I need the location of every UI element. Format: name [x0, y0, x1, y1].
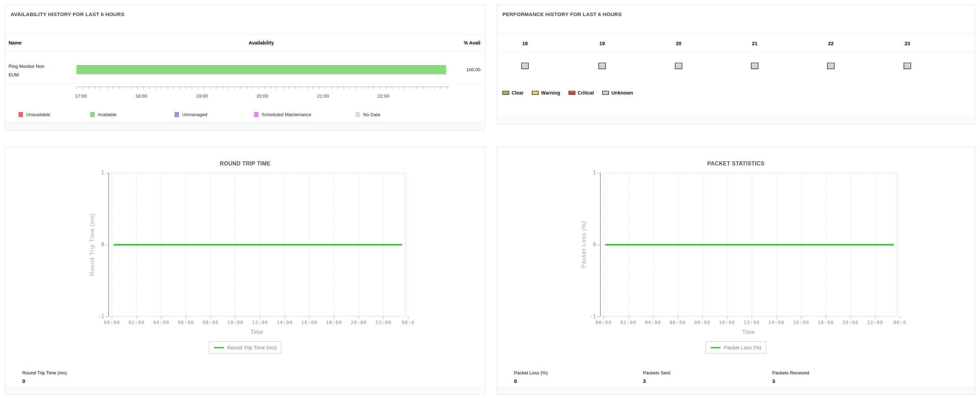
x-tick — [112, 316, 112, 319]
status-box-hour-22-unknown[interactable] — [827, 63, 835, 69]
performance-status-row — [497, 63, 975, 70]
status-box-hour-21-unknown[interactable] — [751, 63, 759, 69]
availability-bar-available-segment[interactable] — [76, 65, 446, 75]
performance-panel-title: PERFORMANCE HISTORY FOR LAST 6 HOURS — [502, 11, 622, 17]
x-tick — [752, 316, 752, 319]
x-tick — [900, 316, 900, 319]
clear-color-chip — [502, 91, 509, 95]
gridline — [898, 173, 898, 316]
x-tick-label: 20:00 — [842, 320, 858, 325]
legend-label: Unavailable — [26, 112, 50, 117]
x-tick — [850, 316, 851, 319]
unknown-color-chip — [602, 91, 609, 95]
status-box-hour-20-unknown[interactable] — [675, 63, 682, 69]
packets-sent-stat-label: Packets Sent — [643, 370, 670, 376]
x-tick — [210, 316, 211, 319]
row-separator — [5, 84, 485, 84]
time-tick-label: 21:00 — [317, 94, 329, 98]
x-tick-label: 02:00 — [128, 320, 144, 325]
status-box-hour-19-unknown[interactable] — [598, 63, 606, 69]
y-tick — [106, 245, 108, 245]
scheduled-maintenance-color-chip — [254, 112, 259, 117]
packet-chart-legend: Packet Loss (%) — [706, 341, 766, 354]
packets-received-stat: Packets Received 3 — [772, 370, 809, 384]
packet-chart-title: PACKET STATISTICS — [497, 161, 975, 167]
legend-item-no-data: No Data — [356, 112, 380, 117]
critical-color-chip — [568, 91, 575, 95]
rtt-legend-line-marker — [214, 347, 224, 348]
legend-item-critical: Critical — [568, 90, 594, 95]
x-tick-label: 10:00 — [227, 320, 243, 325]
rtt-stat: Round Trip Time (ms) 0 — [22, 370, 67, 384]
x-tick — [359, 316, 359, 319]
header-separator — [5, 33, 485, 33]
x-tick-label: 14:00 — [768, 320, 784, 325]
x-tick-label: 16:00 — [793, 320, 809, 325]
time-tick-label: 19:00 — [196, 94, 208, 98]
legend-item-scheduled-maintenance: Scheduled Maintenance — [254, 112, 311, 117]
rtt-chart-title: ROUND TRIP TIME — [5, 161, 485, 167]
packet-loss-series-line — [605, 244, 894, 246]
time-tick-label: 22:00 — [377, 94, 389, 98]
x-tick — [260, 316, 260, 319]
legend-label: Clear — [512, 90, 523, 95]
x-tick-label: 12:00 — [743, 320, 759, 325]
x-tick-label: 04:00 — [153, 320, 169, 325]
rtt-legend-label: Round Trip Time (ms) — [227, 344, 276, 350]
hour-label-22: 22 — [828, 35, 834, 52]
x-tick-label: 10:00 — [719, 320, 735, 325]
x-tick-label: 00:0 — [893, 320, 906, 325]
y-tick-label-minus-1: -1 — [84, 313, 104, 320]
x-tick — [727, 316, 727, 319]
hour-label-19: 19 — [600, 35, 605, 52]
percent-avail-value: 100.00 — [466, 65, 480, 75]
x-tick-label: 00:0 — [401, 320, 415, 325]
x-tick-label: 14:00 — [276, 320, 293, 325]
availability-panel-title: AVAILABILITY HISTORY FOR LAST 6 HOURS — [11, 11, 124, 17]
x-tick-label: 16:00 — [301, 320, 317, 325]
legend-item-available: Available — [90, 112, 116, 117]
gridline — [112, 173, 112, 316]
x-tick — [628, 316, 628, 319]
legend-label: No Data — [363, 112, 380, 117]
time-tick-label: 17:00 — [75, 94, 87, 98]
status-box-hour-23-unknown[interactable] — [904, 63, 911, 69]
hour-label-20: 20 — [676, 35, 681, 52]
x-tick-label: 12:00 — [252, 320, 268, 325]
x-tick-label: 08:00 — [694, 320, 710, 325]
available-color-chip — [90, 112, 95, 117]
x-tick — [603, 316, 604, 319]
x-tick — [702, 316, 703, 319]
legend-label: Scheduled Maintenance — [262, 112, 311, 117]
rtt-plot-area: 00:00 02:00 04:00 06:00 08:00 10:00 12:0… — [108, 173, 405, 317]
y-tick — [597, 173, 600, 173]
no-data-color-chip — [356, 112, 360, 117]
legend-item-unavailable: Unavailable — [19, 112, 50, 117]
warning-color-chip — [532, 91, 539, 95]
time-tick-label: 18:00 — [135, 94, 147, 98]
packets-sent-stat: Packets Sent 3 — [643, 370, 670, 384]
x-tick — [137, 316, 137, 319]
rtt-stat-value: 0 — [22, 378, 67, 384]
legend-label: Available — [98, 112, 116, 117]
x-tick-label: 00:00 — [595, 320, 611, 325]
legend-item-clear: Clear — [502, 90, 523, 95]
x-tick — [161, 316, 162, 319]
rtt-series-line — [113, 244, 402, 246]
packets-received-stat-label: Packets Received — [772, 370, 809, 376]
gridline — [406, 173, 406, 316]
x-tick-label: 04:00 — [644, 320, 661, 325]
x-tick-label: 22:00 — [867, 320, 883, 325]
hour-label-18: 18 — [522, 35, 528, 52]
performance-hour-header-row: 18 19 20 21 22 23 — [497, 35, 975, 52]
header-separator — [497, 33, 975, 33]
x-tick — [285, 316, 285, 319]
x-tick — [235, 316, 235, 319]
performance-legend: Clear Warning Critical Unknown — [502, 90, 633, 95]
rtt-stat-label: Round Trip Time (ms) — [22, 370, 67, 376]
status-box-hour-18-unknown[interactable] — [521, 63, 529, 69]
monitor-name-link[interactable]: Ping Monitor Non EUM — [9, 62, 53, 79]
availability-table-header: Name Availability % Avail — [5, 34, 485, 52]
packet-x-axis-title: Time — [600, 329, 897, 335]
x-tick-label: 18:00 — [326, 320, 342, 325]
